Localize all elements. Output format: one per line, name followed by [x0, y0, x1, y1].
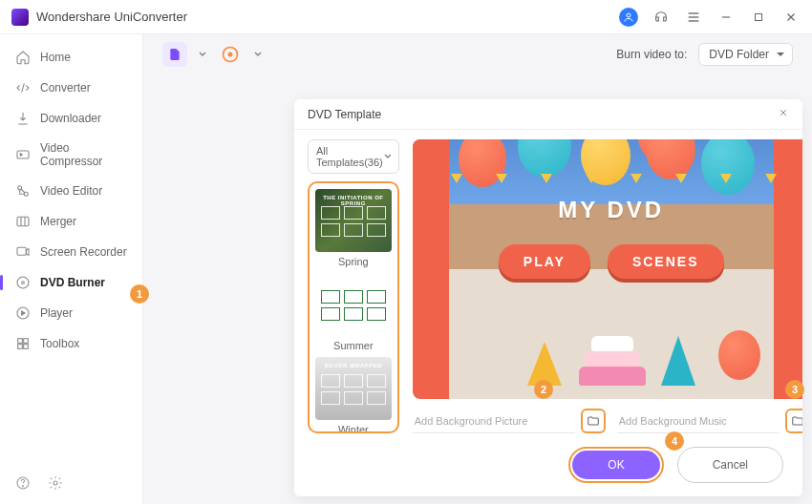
sidebar-item-home[interactable]: Home: [0, 42, 142, 73]
help-icon[interactable]: [15, 475, 31, 494]
template-label: Summer: [315, 340, 392, 351]
editor-icon: [15, 183, 31, 199]
template-item[interactable]: THE INITIATION OF SPRINGSpring: [315, 189, 392, 267]
dvd-play-button[interactable]: PLAY: [499, 244, 590, 279]
burner-tab-icon[interactable]: [162, 42, 187, 67]
svg-rect-14: [17, 247, 26, 255]
template-label: Winter: [315, 424, 392, 433]
template-list: THE INITIATION OF SPRINGSpringTREES BRAN…: [308, 181, 399, 433]
svg-point-16: [22, 282, 25, 284]
sidebar-item-compress[interactable]: Video Compressor: [0, 134, 142, 176]
chevron-down-icon[interactable]: [254, 51, 262, 58]
template-preview: MY DVD PLAY SCENES: [413, 139, 802, 399]
toolbar: Burn video to: DVD Folder: [143, 34, 812, 74]
template-label: Spring: [315, 256, 392, 267]
dialog-close-icon[interactable]: [778, 107, 789, 121]
svg-rect-18: [18, 339, 23, 344]
sidebar-item-converter[interactable]: Converter: [0, 73, 142, 103]
sidebar-item-recorder[interactable]: Screen Recorder: [0, 237, 142, 267]
app-name: Wondershare UniConverter: [36, 10, 619, 24]
sidebar-item-player[interactable]: Player: [0, 298, 142, 328]
svg-point-0: [627, 13, 630, 17]
svg-point-15: [17, 277, 29, 288]
template-filter-label: All Templates(36): [316, 145, 384, 168]
sidebar-item-label: Converter: [40, 81, 91, 94]
bg-music-row: [617, 409, 802, 433]
ok-highlight: OK: [568, 447, 663, 483]
close-icon[interactable]: [781, 8, 801, 27]
download-icon: [15, 111, 31, 126]
settings-icon[interactable]: [48, 475, 63, 494]
home-icon: [15, 50, 31, 65]
dvd-scenes-button[interactable]: SCENES: [608, 244, 724, 279]
svg-rect-20: [18, 345, 23, 349]
maximize-icon[interactable]: [749, 8, 768, 27]
svg-rect-19: [24, 339, 29, 344]
compress-icon: [15, 147, 31, 162]
menu-icon[interactable]: [684, 8, 703, 27]
player-icon: [15, 305, 31, 321]
sidebar-item-label: Player: [40, 306, 73, 320]
svg-rect-11: [17, 217, 29, 225]
burn-to-label: Burn video to:: [616, 48, 687, 61]
title-bar: Wondershare UniConverter: [0, 0, 812, 34]
dvd-title: MY DVD: [413, 197, 802, 223]
callout-1: 1: [130, 284, 149, 304]
bg-music-input[interactable]: [617, 410, 780, 433]
svg-rect-21: [24, 345, 29, 349]
dialog-title: DVD Template: [308, 108, 381, 121]
svg-point-24: [53, 481, 57, 485]
sidebar-item-label: DVD Burner: [40, 276, 105, 289]
merger-icon: [15, 214, 31, 229]
sidebar-item-label: Downloader: [40, 112, 101, 125]
converter-icon: [15, 80, 31, 95]
callout-3: 3: [785, 380, 804, 399]
sidebar-item-label: Home: [40, 51, 71, 64]
sidebar-item-label: Merger: [40, 215, 76, 228]
bg-music-browse-button[interactable]: [785, 409, 802, 433]
ok-button[interactable]: OK: [572, 451, 659, 479]
app-logo: [11, 9, 29, 26]
sidebar-item-dvd[interactable]: DVD Burner: [0, 267, 142, 298]
sidebar-item-merger[interactable]: Merger: [0, 206, 142, 237]
bg-picture-input[interactable]: [413, 410, 575, 433]
dvd-template-dialog: DVD Template All Templates(36) THE INITI…: [294, 99, 802, 496]
sidebar-item-editor[interactable]: Video Editor: [0, 176, 142, 206]
sidebar-item-download[interactable]: Downloader: [0, 103, 142, 134]
sidebar-item-label: Screen Recorder: [40, 245, 127, 259]
chevron-down-icon[interactable]: [199, 51, 206, 58]
minimize-icon[interactable]: [716, 8, 736, 27]
account-icon[interactable]: [619, 8, 638, 27]
bg-picture-row: [413, 409, 606, 433]
chevron-down-icon: [384, 153, 391, 160]
cancel-button[interactable]: Cancel: [677, 447, 783, 483]
sidebar-item-toolbox[interactable]: Toolbox: [0, 328, 142, 359]
template-filter-select[interactable]: All Templates(36): [308, 139, 399, 174]
sidebar-item-label: Toolbox: [40, 337, 79, 350]
template-item[interactable]: SILVER WRAPPEDWinter: [315, 357, 392, 433]
svg-point-26: [228, 52, 231, 55]
dvd-icon: [15, 275, 31, 290]
sidebar: HomeConverterDownloaderVideo CompressorV…: [0, 34, 143, 504]
disc-tab-icon[interactable]: [218, 42, 243, 67]
template-item[interactable]: TREES BRANCHESSummer: [315, 273, 392, 351]
callout-2: 2: [534, 380, 553, 399]
recorder-icon: [15, 244, 31, 260]
sidebar-item-label: Video Editor: [40, 184, 102, 198]
callout-4: 4: [665, 431, 684, 451]
bg-picture-browse-button[interactable]: [581, 409, 606, 433]
support-icon[interactable]: [652, 8, 671, 27]
sidebar-item-label: Video Compressor: [40, 141, 127, 168]
svg-point-23: [22, 486, 23, 487]
toolbox-icon: [15, 336, 31, 351]
svg-rect-5: [756, 13, 762, 20]
burn-target-select[interactable]: DVD Folder: [698, 43, 793, 66]
